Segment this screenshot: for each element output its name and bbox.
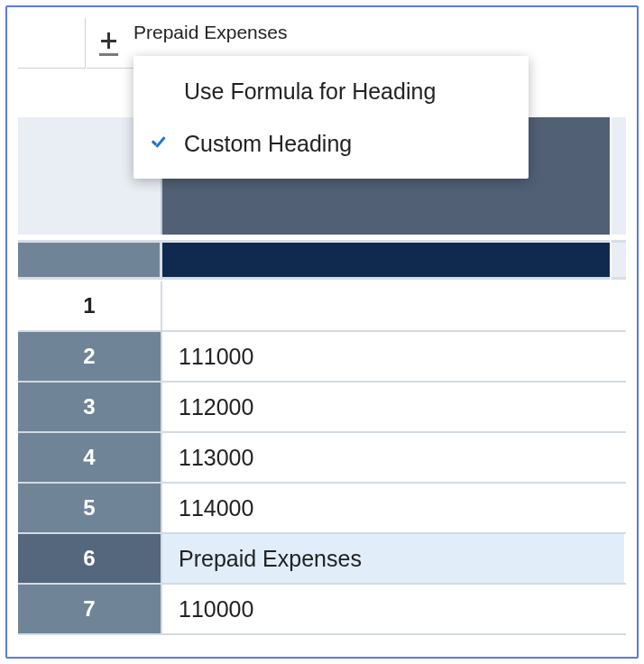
row-index-cell[interactable]: 3 [18, 383, 162, 431]
dropdown-item-label: Use Formula for Heading [184, 78, 436, 105]
row-value-cell[interactable]: 113000 [162, 433, 624, 482]
band-edge [612, 117, 626, 235]
separator-edge [612, 240, 626, 280]
dropdown-item-custom-heading[interactable]: Custom Heading [133, 117, 529, 170]
row-index-cell[interactable]: 4 [18, 433, 162, 482]
header-gutter-cell [18, 18, 86, 69]
check-icon [150, 137, 168, 150]
row-value-cell[interactable]: 112000 [162, 383, 624, 431]
data-rows: 121110003112000411300051140006Prepaid Ex… [18, 281, 626, 646]
table-row[interactable]: 7110000 [18, 585, 626, 635]
content-region: Prepaid Expenses 12111000311200041130005… [18, 18, 626, 646]
dropdown-item-label: Custom Heading [184, 131, 352, 157]
row-value-cell[interactable] [162, 281, 624, 330]
app-frame: Prepaid Expenses 12111000311200041130005… [5, 5, 639, 659]
table-row[interactable]: 2111000 [18, 332, 626, 383]
row-index-cell[interactable]: 2 [18, 332, 162, 381]
row-index-cell[interactable]: 5 [18, 484, 162, 532]
table-row[interactable]: 6Prepaid Expenses [18, 534, 626, 585]
table-row[interactable]: 3112000 [18, 383, 626, 433]
row-index-cell[interactable]: 1 [18, 281, 162, 330]
add-column-button[interactable] [87, 18, 133, 69]
plus-icon [99, 34, 121, 52]
row-index-cell[interactable]: 7 [18, 585, 162, 633]
column-heading-text: Prepaid Expenses [133, 22, 287, 43]
separator-gutter [18, 240, 162, 280]
table-row[interactable]: 5114000 [18, 484, 626, 534]
heading-dropdown-menu: Use Formula for HeadingCustom Heading [133, 56, 529, 179]
separator-main [162, 240, 610, 280]
row-value-cell[interactable]: 110000 [162, 585, 624, 633]
row-value-cell[interactable]: Prepaid Expenses [162, 534, 624, 583]
row-value-cell[interactable]: 111000 [162, 332, 624, 381]
row-index-cell[interactable]: 6 [18, 534, 162, 583]
dropdown-item-use-formula[interactable]: Use Formula for Heading [133, 65, 529, 117]
table-row[interactable]: 4113000 [18, 433, 626, 484]
row-value-cell[interactable]: 114000 [162, 484, 624, 532]
check-column [150, 137, 184, 150]
separator-row [18, 240, 626, 280]
table-row[interactable]: 1 [18, 281, 626, 332]
